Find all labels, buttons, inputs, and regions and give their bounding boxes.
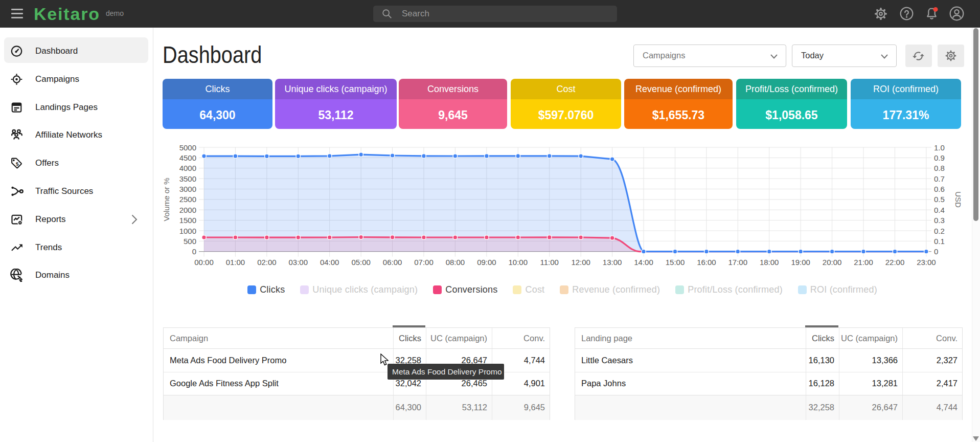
- svg-text:05:00: 05:00: [351, 258, 371, 267]
- svg-text:14:00: 14:00: [634, 258, 653, 267]
- svg-text:0.1: 0.1: [934, 237, 945, 246]
- svg-text:3000: 3000: [179, 185, 196, 193]
- svg-text:0.9: 0.9: [934, 153, 945, 162]
- svg-text:2000: 2000: [179, 206, 196, 214]
- svg-text:01:00: 01:00: [226, 258, 245, 267]
- svg-text:0.8: 0.8: [934, 164, 945, 172]
- svg-text:06:00: 06:00: [383, 258, 402, 267]
- svg-text:0.7: 0.7: [934, 174, 945, 183]
- svg-text:5000: 5000: [179, 143, 196, 152]
- svg-text:07:00: 07:00: [414, 258, 434, 267]
- svg-text:18:00: 18:00: [760, 258, 779, 267]
- svg-text:Volume or %: Volume or %: [162, 178, 171, 221]
- svg-text:USD: USD: [954, 191, 963, 208]
- svg-text:10:00: 10:00: [509, 258, 528, 267]
- svg-text:0: 0: [934, 247, 938, 256]
- svg-text:09:00: 09:00: [477, 258, 496, 267]
- svg-text:21:00: 21:00: [854, 258, 873, 267]
- svg-text:$: $: [15, 161, 19, 167]
- svg-text:00:00: 00:00: [194, 258, 214, 267]
- svg-text:1500: 1500: [179, 216, 196, 225]
- svg-text:04:00: 04:00: [320, 258, 339, 267]
- svg-text:15:00: 15:00: [666, 258, 685, 267]
- svg-text:08:00: 08:00: [446, 258, 465, 267]
- svg-text:20:00: 20:00: [823, 258, 842, 267]
- svg-text:0.5: 0.5: [934, 195, 945, 204]
- svg-text:2500: 2500: [179, 195, 196, 204]
- svg-text:4500: 4500: [179, 153, 196, 162]
- svg-text:12:00: 12:00: [571, 258, 590, 267]
- svg-text:19:00: 19:00: [791, 258, 810, 267]
- svg-text:02:00: 02:00: [257, 258, 277, 267]
- svg-text:0.3: 0.3: [934, 216, 945, 225]
- svg-text:4000: 4000: [179, 164, 196, 172]
- svg-text:23:00: 23:00: [917, 258, 936, 267]
- svg-text:0.2: 0.2: [934, 227, 945, 235]
- svg-text:22:00: 22:00: [885, 258, 905, 267]
- svg-text:16:00: 16:00: [697, 258, 716, 267]
- svg-text:11:00: 11:00: [540, 258, 558, 267]
- svg-text:500: 500: [184, 237, 196, 246]
- svg-text:0.4: 0.4: [934, 206, 945, 214]
- svg-text:0.6: 0.6: [934, 185, 945, 193]
- svg-text:17:00: 17:00: [728, 258, 748, 267]
- svg-text:1.0: 1.0: [934, 143, 945, 152]
- svg-text:3500: 3500: [179, 174, 196, 183]
- svg-text:0: 0: [192, 247, 196, 256]
- svg-text:13:00: 13:00: [603, 258, 622, 267]
- svg-text:1000: 1000: [179, 227, 196, 235]
- svg-text:03:00: 03:00: [289, 258, 308, 267]
